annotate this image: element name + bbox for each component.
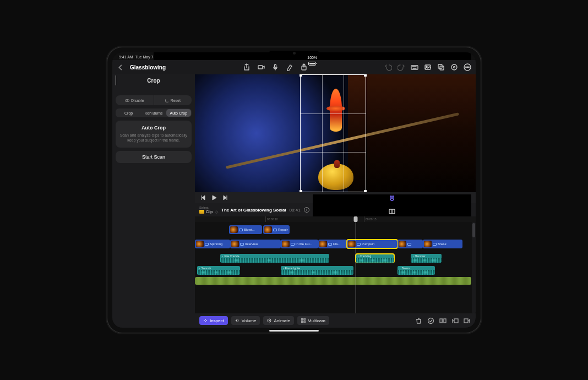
- play-button[interactable]: [211, 193, 217, 203]
- settings-icon[interactable]: [450, 63, 458, 71]
- crop-handle[interactable]: [364, 74, 367, 77]
- card-desc: Scan and analyze clips to automatically …: [119, 133, 188, 143]
- crop-handle[interactable]: [300, 74, 302, 77]
- video-clip[interactable]: In the Ful...: [281, 240, 318, 248]
- disable-reset-row: Disable Reset: [116, 95, 192, 105]
- crop-mode-segment: Crop Ken Burns Auto Crop: [116, 108, 192, 117]
- playhead-line[interactable]: [356, 222, 356, 313]
- svg-rect-1: [274, 64, 276, 68]
- snapping-icon[interactable]: [388, 208, 396, 215]
- mode-auto-crop[interactable]: Auto Crop: [166, 109, 191, 117]
- camera-notch: [269, 51, 319, 55]
- audio-clip[interactable]: ♪Flame Ignite: [281, 266, 353, 275]
- audio-clip[interactable]: ♪Swoosh: [197, 266, 240, 275]
- more-icon[interactable]: [464, 63, 471, 71]
- music-track[interactable]: [195, 277, 471, 285]
- playhead[interactable]: [354, 216, 358, 222]
- reset-button[interactable]: Reset: [154, 95, 192, 105]
- auto-crop-card: Auto Crop Scan and analyze clips to auto…: [116, 121, 192, 148]
- svg-rect-3: [411, 66, 418, 69]
- enable-button[interactable]: [426, 316, 435, 325]
- prev-frame-button[interactable]: [200, 193, 206, 203]
- media-icon[interactable]: [424, 63, 432, 71]
- magnetic-icon[interactable]: [388, 194, 396, 202]
- svg-point-13: [469, 67, 470, 68]
- svg-rect-21: [304, 318, 306, 320]
- svg-rect-20: [301, 318, 303, 320]
- crop-handle[interactable]: [300, 190, 302, 192]
- trim-start-button[interactable]: [450, 316, 459, 325]
- disable-button[interactable]: Disable: [116, 95, 154, 105]
- timeline[interactable]: Blowt...Repair SpinningInterviewIn the F…: [195, 222, 476, 313]
- status-time: 9:41 AM: [119, 55, 133, 59]
- eye-icon: [125, 99, 129, 102]
- svg-point-8: [451, 64, 457, 70]
- animate-button[interactable]: Animate: [263, 316, 293, 325]
- viewer[interactable]: [195, 74, 476, 192]
- delete-button[interactable]: [414, 316, 423, 325]
- back-button[interactable]: [117, 66, 126, 69]
- battery-pct: 100%: [307, 56, 317, 59]
- project-title: Glassblowing: [130, 64, 166, 70]
- svg-rect-23: [304, 321, 306, 323]
- start-scan-button[interactable]: Start Scan: [116, 151, 192, 163]
- video-clip-selected[interactable]: Pumpkin: [347, 240, 398, 248]
- bottom-toolbar: Inspect Volume Animate Multicam: [195, 313, 476, 328]
- video-clip[interactable]: Spinning: [195, 240, 230, 248]
- split-button[interactable]: [438, 316, 447, 325]
- svg-point-11: [466, 67, 467, 68]
- timeline-ruler[interactable]: 00:00:10 00:00:15: [195, 216, 476, 222]
- trim-end-button[interactable]: [462, 316, 471, 325]
- mode-ken-burns[interactable]: Ken Burns: [141, 109, 166, 117]
- ipad-frame: 9:41 AM Tue May 7 100% Glassblowing: [107, 47, 481, 333]
- video-clip[interactable]: Fla...: [318, 240, 347, 248]
- camera-icon[interactable]: [257, 63, 265, 71]
- mode-crop[interactable]: Crop: [116, 109, 141, 117]
- keyboard-icon[interactable]: [411, 63, 418, 71]
- svg-rect-26: [444, 319, 446, 323]
- video-clip[interactable]: Repair: [263, 225, 290, 234]
- main-area: Crop Disable Reset Crop Ken Burns Auto C…: [112, 74, 476, 328]
- screen: 9:41 AM Tue May 7 100% Glassblowing: [112, 52, 476, 328]
- inspector-panel: Crop Disable Reset Crop Ken Burns Auto C…: [112, 74, 195, 328]
- timeline-project-name: The Art of Glassblowing Social: [221, 208, 286, 213]
- status-date: Tue May 7: [135, 55, 154, 59]
- redo-icon[interactable]: [398, 63, 405, 71]
- svg-rect-27: [454, 319, 458, 323]
- clip-icon: [199, 210, 204, 214]
- marker-icon[interactable]: [286, 63, 293, 71]
- card-title: Auto Crop: [119, 125, 188, 131]
- select-mode[interactable]: Clip◇: [199, 210, 218, 214]
- inspector-back-button[interactable]: [116, 75, 116, 85]
- share-icon[interactable]: [243, 63, 251, 71]
- audio-clip[interactable]: ♪Steam: [398, 266, 435, 275]
- crop-handle[interactable]: [364, 190, 367, 192]
- info-icon[interactable]: i: [304, 207, 309, 213]
- ruler-tick: 00:00:15: [364, 216, 376, 222]
- video-clip[interactable]: Interview: [230, 240, 281, 248]
- top-toolbar: Glassblowing: [112, 60, 476, 74]
- audio-clip[interactable]: ♪Fire Crackle: [220, 254, 329, 263]
- timeline-scrollbar[interactable]: [472, 222, 476, 313]
- svg-rect-16: [389, 209, 392, 214]
- svg-point-19: [269, 320, 270, 321]
- video-clip[interactable]: Blowt...: [229, 225, 262, 234]
- video-clip[interactable]: Break: [423, 240, 462, 248]
- audio-clip[interactable]: ♪Hammer: [411, 254, 442, 263]
- undo-icon[interactable]: [384, 63, 392, 71]
- inspect-button[interactable]: Inspect: [199, 316, 228, 325]
- volume-button[interactable]: Volume: [231, 316, 260, 325]
- audio-clip[interactable]: ♪Crackling: [356, 254, 394, 263]
- video-clip[interactable]: [398, 240, 423, 248]
- viewer-column: 00:00:14:15 22% Select Clip◇ The Art of …: [195, 74, 476, 328]
- svg-rect-0: [258, 66, 263, 69]
- ruler-tick: 00:00:10: [265, 216, 277, 222]
- next-frame-button[interactable]: [222, 193, 228, 203]
- multicam-button[interactable]: Multicam: [297, 316, 329, 325]
- mic-icon[interactable]: [271, 63, 279, 71]
- crop-rectangle[interactable]: [300, 74, 366, 192]
- timeline-header: Select Clip◇ The Art of Glassblowing Soc…: [195, 203, 476, 216]
- export-icon[interactable]: [300, 63, 308, 71]
- overlay-icon[interactable]: [437, 63, 445, 71]
- svg-rect-25: [440, 319, 442, 323]
